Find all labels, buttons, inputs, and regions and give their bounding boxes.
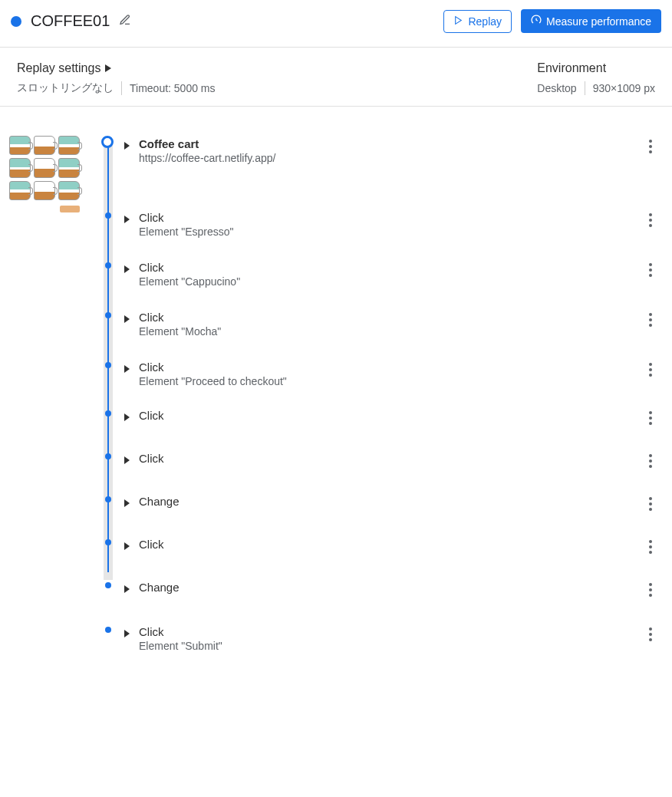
separator	[121, 81, 122, 95]
header: COFFEE01 Replay Measure performance	[0, 0, 672, 42]
screenshot-thumbnail[interactable]	[6, 133, 83, 214]
step-menu-icon[interactable]	[641, 625, 660, 644]
step-subtitle: https://coffee-cart.netlify.app/	[139, 152, 632, 164]
timeline-step[interactable]: Click	[120, 533, 664, 564]
expand-chevron-icon[interactable]	[124, 265, 130, 273]
svg-marker-0	[456, 16, 462, 24]
step-body: ClickElement "Cappucino"	[139, 261, 632, 288]
timeline-step[interactable]: Change	[120, 490, 664, 521]
step-menu-icon[interactable]	[641, 538, 660, 556]
step-menu-icon[interactable]	[641, 137, 660, 156]
step-title: Click	[139, 361, 632, 374]
edit-icon[interactable]	[119, 14, 131, 28]
chevron-right-icon	[105, 61, 111, 75]
step-title: Click	[139, 625, 632, 638]
step-body: ClickElement "Proceed to checkout"	[139, 361, 632, 387]
replay-settings-heading[interactable]: Replay settings	[17, 61, 216, 75]
step-menu-icon[interactable]	[641, 581, 660, 599]
step-title: Click	[139, 452, 632, 465]
step-subtitle: Element "Mocha"	[139, 325, 632, 338]
expand-chevron-icon[interactable]	[124, 585, 130, 593]
step-title: Coffee cart	[139, 137, 632, 150]
timeline-node	[105, 582, 111, 588]
play-icon	[453, 15, 463, 28]
expand-chevron-icon[interactable]	[124, 542, 130, 550]
timeline-node	[105, 312, 111, 318]
step-body: ClickElement "Submit"	[139, 625, 632, 652]
expand-chevron-icon[interactable]	[124, 413, 130, 421]
step-menu-icon[interactable]	[641, 452, 660, 470]
environment-label: Environment	[537, 61, 606, 75]
performance-icon	[531, 15, 542, 28]
expand-chevron-icon[interactable]	[124, 365, 130, 373]
step-menu-icon[interactable]	[641, 495, 660, 513]
timeline-start-node	[101, 136, 114, 148]
timeline-step[interactable]: ClickElement "Proceed to checkout"	[120, 356, 664, 392]
step-title: Click	[139, 538, 632, 551]
step-subtitle: Element "Espresso"	[139, 226, 632, 238]
step-body: Change	[139, 581, 632, 594]
step-body: Coffee carthttps://coffee-cart.netlify.a…	[139, 137, 632, 164]
expand-chevron-icon[interactable]	[124, 499, 130, 507]
measure-button-label: Measure performance	[546, 15, 651, 28]
timeline-step[interactable]: Click	[120, 404, 664, 435]
replay-settings-label: Replay settings	[17, 61, 100, 75]
step-title: Click	[139, 261, 632, 274]
resolution-value: 930×1009 px	[593, 82, 655, 94]
replay-settings-values: スロットリングなし Timeout: 5000 ms	[17, 81, 216, 95]
replay-button-label: Replay	[468, 15, 502, 28]
separator	[585, 81, 585, 95]
expand-chevron-icon[interactable]	[124, 142, 130, 150]
expand-chevron-icon[interactable]	[124, 315, 130, 323]
step-body: Click	[139, 452, 632, 465]
step-body: Click	[139, 409, 632, 422]
step-title: Click	[139, 211, 632, 224]
settings-row: Replay settings スロットリングなし Timeout: 5000 …	[0, 48, 672, 107]
step-menu-icon[interactable]	[641, 211, 660, 229]
expand-chevron-icon[interactable]	[124, 630, 130, 637]
environment-values: Desktop 930×1009 px	[537, 81, 655, 95]
environment-col: Environment Desktop 930×1009 px	[537, 61, 655, 95]
timeline-step[interactable]: ClickElement "Submit"	[120, 621, 664, 657]
step-title: Click	[139, 311, 632, 324]
timeline-step[interactable]: Change	[120, 576, 664, 607]
step-menu-icon[interactable]	[641, 409, 660, 427]
timeline-step[interactable]: ClickElement "Mocha"	[120, 306, 664, 342]
step-title: Change	[139, 581, 632, 594]
throttling-value: スロットリングなし	[17, 81, 114, 95]
timeline-node	[105, 362, 111, 368]
step-body: ClickElement "Espresso"	[139, 211, 632, 238]
expand-chevron-icon[interactable]	[124, 216, 130, 223]
timeline-node	[105, 410, 111, 417]
timeline-step[interactable]: ClickElement "Espresso"	[120, 206, 664, 242]
timeline-node	[105, 212, 111, 219]
svg-marker-1	[105, 64, 111, 72]
timeline: Coffee carthttps://coffee-cart.netlify.a…	[98, 133, 664, 657]
step-body: ClickElement "Mocha"	[139, 311, 632, 338]
timeline-step[interactable]: ClickElement "Cappucino"	[120, 256, 664, 292]
content: Coffee carthttps://coffee-cart.netlify.a…	[0, 107, 672, 664]
timeline-step[interactable]: Click	[120, 447, 664, 478]
environment-heading: Environment	[537, 61, 655, 75]
step-menu-icon[interactable]	[641, 361, 660, 379]
recording-title: COFFEE01	[31, 12, 110, 30]
timeline-node	[105, 496, 111, 502]
step-menu-icon[interactable]	[641, 261, 660, 279]
timeline-node	[105, 539, 111, 545]
measure-performance-button[interactable]: Measure performance	[521, 9, 661, 33]
timeline-node	[105, 453, 111, 459]
step-subtitle: Element "Submit"	[139, 640, 632, 652]
step-subtitle: Element "Proceed to checkout"	[139, 375, 632, 387]
replay-settings-col: Replay settings スロットリングなし Timeout: 5000 …	[17, 61, 216, 95]
replay-button[interactable]: Replay	[443, 10, 512, 33]
timeline-step[interactable]: Coffee carthttps://coffee-cart.netlify.a…	[120, 133, 664, 193]
timeline-line	[107, 143, 109, 572]
timeline-node	[105, 627, 111, 633]
expand-chevron-icon[interactable]	[124, 456, 130, 464]
step-title: Change	[139, 495, 632, 508]
step-title: Click	[139, 409, 632, 422]
step-menu-icon[interactable]	[641, 311, 660, 329]
step-body: Change	[139, 495, 632, 508]
record-indicator	[11, 16, 21, 27]
timeline-node	[105, 262, 111, 268]
